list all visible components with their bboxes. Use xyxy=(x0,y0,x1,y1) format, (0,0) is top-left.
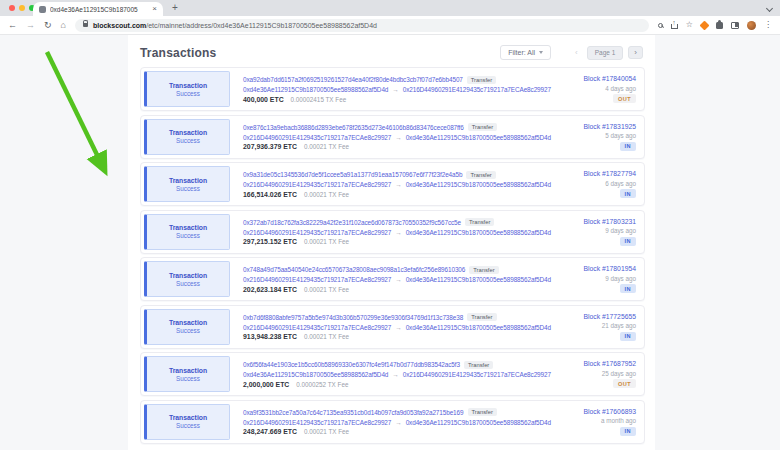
tab-close-icon[interactable]: × xyxy=(152,5,157,13)
tx-hash-link[interactable]: 0xa92dab7dd6157a2f0692519261527d4ea40f2f… xyxy=(243,76,463,83)
browser-menu-icon[interactable]: ⋮ xyxy=(764,21,772,29)
from-address-link[interactable]: 0x216D44960291E4129435c719217a7ECAe8c299… xyxy=(243,229,391,236)
status-badge: Transaction Success xyxy=(144,309,230,345)
tx-hash-link[interactable]: 0xe876c13a9ebacb36886d2893ebe678f2635d27… xyxy=(243,124,464,131)
lock-icon xyxy=(83,23,88,27)
to-address-link[interactable]: 0xd4e36Ae112915C9b18700505ee58988562af5D… xyxy=(406,324,551,331)
status-subtitle: Success xyxy=(176,137,200,144)
direction-badge: out xyxy=(613,94,636,103)
page-title: Transactions xyxy=(140,46,216,60)
tx-hash-link[interactable]: 0x6f56fa44e1903ce1b5cc60b58969330e6307fc… xyxy=(243,361,460,368)
direction-badge: in xyxy=(620,332,636,341)
arrow-right-icon: → xyxy=(395,419,401,426)
from-address-link[interactable]: 0xd4e36Ae112915C9b18700505ee58988562af5D… xyxy=(243,371,388,378)
profile-avatar[interactable] xyxy=(747,21,756,30)
from-address-link[interactable]: 0x216D44960291E4129435c719217a7ECAe8c299… xyxy=(243,276,391,283)
transaction-row: Transaction Success 0x6f56fa44e1903ce1b5… xyxy=(140,352,645,396)
close-window-icon[interactable] xyxy=(9,5,15,11)
next-page-button[interactable]: › xyxy=(628,46,643,59)
tx-age: 25 days ago xyxy=(602,370,636,377)
to-address-link[interactable]: 0xd4e36Ae112915C9b18700505ee58988562af5D… xyxy=(406,134,551,141)
status-subtitle: Success xyxy=(176,185,200,192)
from-address-link[interactable]: 0xd4e36Ae112915C9b18700505ee58988562af5D… xyxy=(243,86,388,93)
panel-header: Transactions Filter: All ‹ Page 1 › xyxy=(128,35,655,67)
side-panel-icon[interactable] xyxy=(731,22,739,29)
transaction-row: Transaction Success 0x9a31de05c1345536d7… xyxy=(140,162,645,206)
url-path: /etc/mainnet/address/0xd4e36Ae112915C9b1… xyxy=(146,22,377,29)
tx-hash-link[interactable]: 0xa9f3531bb2ce7a50a7c64c7135ea9351cb0d14… xyxy=(243,409,464,416)
block-link[interactable]: Block #17840054 xyxy=(583,75,636,82)
metamask-extension-icon[interactable] xyxy=(700,20,710,30)
tx-age: a month ago xyxy=(601,417,636,424)
from-address-link[interactable]: 0x216D44960291E4129435c719217a7ECAe8c299… xyxy=(243,181,391,188)
from-address-link[interactable]: 0x216D44960291E4129435c719217a7ECAe8c299… xyxy=(243,419,391,426)
block-link[interactable]: Block #17827794 xyxy=(583,170,636,177)
tx-type-tag: Transfer xyxy=(467,76,496,84)
to-address-link[interactable]: 0xd4e36Ae112915C9b18700505ee58988562af5D… xyxy=(406,419,551,426)
arrow-right-icon: → xyxy=(395,324,401,331)
direction-badge: out xyxy=(613,379,636,388)
tx-type-tag: Transfer xyxy=(466,171,495,179)
tx-hash-link[interactable]: 0x9a31de05c1345536d7de5f1ccee5a91a1377d9… xyxy=(243,171,462,178)
block-link[interactable]: Block #17831925 xyxy=(583,123,636,130)
transactions-list: Transaction Success 0xa92dab7dd6157a2f06… xyxy=(128,67,655,444)
direction-badge: in xyxy=(620,189,636,198)
minimize-window-icon[interactable] xyxy=(19,5,25,11)
block-link[interactable]: Block #17803231 xyxy=(583,218,636,225)
share-icon[interactable] xyxy=(671,21,678,29)
filter-label: Filter: All xyxy=(508,49,535,56)
transaction-row: Transaction Success 0xe876c13a9ebacb3688… xyxy=(140,115,645,159)
tx-fee: 0.00002415 TX Fee xyxy=(291,96,347,103)
tx-hash-link[interactable]: 0x748a49d75aa540540e24cc6570673a28008aec… xyxy=(243,266,465,273)
to-address-link[interactable]: 0xd4e36Ae112915C9b18700505ee58988562af5D… xyxy=(406,276,551,283)
status-subtitle: Success xyxy=(176,232,200,239)
from-address-link[interactable]: 0x216D44960291E4129435c719217a7ECAe8c299… xyxy=(243,134,391,141)
block-link[interactable]: Block #17687952 xyxy=(583,360,636,367)
browser-tab[interactable]: 0xd4e36Ae112915C9b187005 × xyxy=(33,2,163,16)
tx-fee: 0.00021 TX Fee xyxy=(304,238,349,245)
filter-dropdown[interactable]: Filter: All xyxy=(500,45,551,60)
window-controls[interactable] xyxy=(9,5,35,11)
status-title: Transaction xyxy=(169,82,207,89)
status-subtitle: Success xyxy=(176,327,200,334)
prev-page-button[interactable]: ‹ xyxy=(571,46,582,59)
block-link[interactable]: Block #17606893 xyxy=(583,408,636,415)
status-title: Transaction xyxy=(169,414,207,421)
back-icon[interactable]: ← xyxy=(8,21,17,30)
to-address-link[interactable]: 0xd4e36Ae112915C9b18700505ee58988562af5D… xyxy=(406,181,551,188)
extensions-puzzle-icon[interactable] xyxy=(716,22,723,29)
tx-fee: 0.0000252 TX Fee xyxy=(296,381,348,388)
to-address-link[interactable]: 0xd4e36Ae112915C9b18700505ee58988562af5D… xyxy=(406,229,551,236)
tx-hash-link[interactable]: 0x372ab7d18c762fa3c82229a42f2e31f102ace6… xyxy=(243,219,461,226)
tx-age: 9 days ago xyxy=(605,275,636,282)
direction-badge: in xyxy=(620,427,636,436)
arrow-right-icon: → xyxy=(395,229,401,236)
to-address-link[interactable]: 0x216D44960291E4129435c719217a7ECAe8c299… xyxy=(403,371,551,378)
tx-value: 2,000,000 ETC xyxy=(243,381,289,388)
block-link[interactable]: Block #17801954 xyxy=(583,265,636,272)
transactions-panel: Transactions Filter: All ‹ Page 1 › Tran… xyxy=(128,35,655,450)
forward-icon[interactable]: → xyxy=(26,21,35,30)
search-icon[interactable] xyxy=(658,23,663,28)
tx-age: 5 days ago xyxy=(605,132,636,139)
status-subtitle: Success xyxy=(176,375,200,382)
address-bar[interactable]: blockscout.com/etc/mainnet/address/0xd4e… xyxy=(75,19,649,32)
tx-value: 207,936.379 ETC xyxy=(243,143,297,150)
tx-type-tag: Transfer xyxy=(467,313,496,321)
to-address-link[interactable]: 0x216D44960291E4129435c719217a7ECAe8c299… xyxy=(403,86,551,93)
new-tab-button[interactable]: + xyxy=(172,2,178,13)
block-link[interactable]: Block #17725655 xyxy=(583,313,636,320)
home-icon[interactable]: ⌂ xyxy=(61,21,66,30)
reload-icon[interactable]: ↻ xyxy=(44,21,52,30)
arrow-right-icon: → xyxy=(392,86,398,93)
status-title: Transaction xyxy=(169,319,207,326)
tx-age: 4 days ago xyxy=(605,85,636,92)
from-address-link[interactable]: 0x216D44960291E4129435c719217a7ECAe8c299… xyxy=(243,324,391,331)
browser-toolbar: ← → ↻ ⌂ blockscout.com/etc/mainnet/addre… xyxy=(0,16,780,35)
chevron-down-icon[interactable] xyxy=(766,5,773,12)
transaction-row: Transaction Success 0xb7d6f8808abfe9757a… xyxy=(140,305,645,349)
tx-hash-link[interactable]: 0xb7d6f8808abfe9757a5b5e974d3b306b570299… xyxy=(243,314,463,321)
arrow-right-icon: → xyxy=(392,371,398,378)
bookmark-star-icon[interactable]: ☆ xyxy=(686,21,693,29)
current-page-button[interactable]: Page 1 xyxy=(587,46,624,60)
